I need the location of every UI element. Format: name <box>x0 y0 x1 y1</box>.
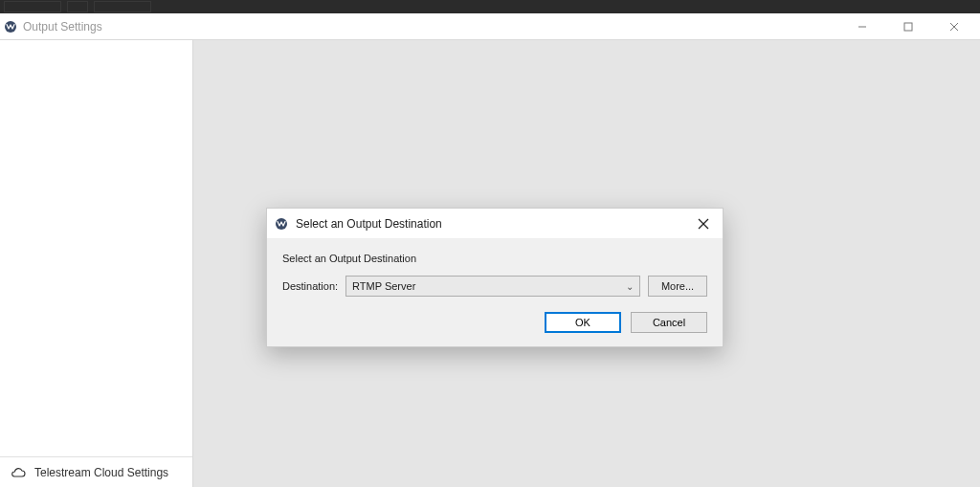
cancel-button[interactable]: Cancel <box>631 312 707 333</box>
wirecast-icon <box>4 20 17 33</box>
svg-point-0 <box>5 21 16 33</box>
cloud-icon <box>10 467 27 478</box>
sidebar-empty-area <box>0 40 192 456</box>
telestream-cloud-settings-button[interactable]: Telestream Cloud Settings <box>0 456 192 487</box>
svg-point-5 <box>276 218 287 230</box>
maximize-button[interactable] <box>894 17 923 36</box>
application-topbar <box>0 0 980 13</box>
sidebar: Telestream Cloud Settings <box>0 40 193 487</box>
window-title: Output Settings <box>23 20 102 33</box>
dialog-close-button[interactable] <box>692 212 715 235</box>
destination-select[interactable]: RTMP Server ⌄ <box>345 276 640 297</box>
dialog-title: Select an Output Destination <box>296 217 442 231</box>
chevron-down-icon: ⌄ <box>626 281 634 292</box>
topbar-segment <box>94 1 151 12</box>
more-button-label: More... <box>661 280 694 292</box>
ok-button[interactable]: OK <box>545 312 621 333</box>
dialog-titlebar: Select an Output Destination <box>267 209 723 239</box>
ok-button-label: OK <box>575 317 590 328</box>
wirecast-icon <box>275 217 288 231</box>
more-button[interactable]: More... <box>648 276 707 297</box>
cancel-button-label: Cancel <box>653 317 685 328</box>
svg-rect-2 <box>904 23 912 31</box>
destination-selected-value: RTMP Server <box>352 280 415 292</box>
main-content-area: Select an Output Destination Select an O… <box>193 40 980 487</box>
window-titlebar: Output Settings <box>0 13 980 40</box>
dialog-prompt: Select an Output Destination <box>282 253 707 264</box>
destination-label: Destination: <box>282 280 338 292</box>
telestream-cloud-settings-label: Telestream Cloud Settings <box>34 466 168 479</box>
minimize-button[interactable] <box>848 17 877 36</box>
topbar-segment <box>4 1 61 12</box>
topbar-segment <box>67 1 88 12</box>
close-button[interactable] <box>940 17 969 36</box>
select-output-destination-dialog: Select an Output Destination Select an O… <box>266 208 724 347</box>
